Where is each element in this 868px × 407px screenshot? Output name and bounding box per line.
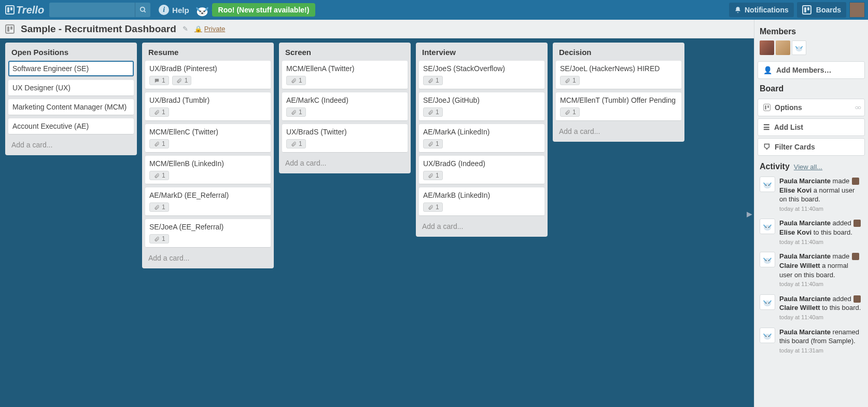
card-title: UX/BradJ (Tumblr) bbox=[149, 96, 267, 104]
add-card-button[interactable]: Add a card... bbox=[145, 251, 271, 265]
add-card-button[interactable]: Add a card... bbox=[419, 219, 544, 234]
card[interactable]: SE/JoeJ (GitHub)1 bbox=[419, 92, 544, 121]
board-icon bbox=[5, 24, 15, 34]
privacy-toggle[interactable]: 🔒 Private bbox=[194, 25, 225, 33]
info-icon: i bbox=[159, 5, 169, 15]
board-title[interactable]: Sample - Recruitment Dashboard bbox=[21, 23, 176, 35]
attachment-badge: 1 bbox=[423, 202, 443, 212]
svg-point-13 bbox=[768, 227, 769, 228]
activity-avatar[interactable] bbox=[760, 328, 775, 343]
help-label: Help bbox=[172, 6, 189, 15]
card[interactable]: UX/BradS (Twitter)1 bbox=[282, 124, 408, 153]
card-title: AE/MarkB (LinkedIn) bbox=[423, 191, 540, 199]
options-button[interactable]: Options ○○ bbox=[758, 99, 865, 116]
card[interactable]: UX Designer (UX) bbox=[8, 80, 134, 96]
comments-badge: 1 bbox=[149, 76, 169, 85]
add-card-button[interactable]: Add a card... bbox=[8, 138, 134, 152]
add-card-button[interactable]: Add a card... bbox=[282, 156, 408, 170]
card[interactable]: SE/JoeS (StackOverflow)1 bbox=[419, 61, 544, 89]
roo-banner[interactable]: Roo! (New stuff available!) bbox=[212, 3, 316, 17]
card[interactable]: AE/MarkA (LinkedIn)1 bbox=[419, 124, 544, 153]
list-title[interactable]: Decision bbox=[556, 46, 681, 61]
attachment-icon bbox=[427, 204, 434, 211]
add-members-button[interactable]: 👤 Add Members… bbox=[758, 61, 865, 79]
attachment-icon bbox=[153, 172, 160, 179]
activity-avatar[interactable] bbox=[760, 252, 775, 267]
board-header: Sample - Recruitment Dashboard ✎ 🔒 Priva… bbox=[0, 20, 868, 38]
board-section-heading: Board bbox=[758, 81, 865, 97]
card[interactable]: MCM/EllenB (LinkedIn)1 bbox=[145, 156, 271, 184]
card[interactable]: MCM/EllenT (Tumblr) Offer Pending1 bbox=[556, 92, 681, 121]
card-title: UX Designer (UX) bbox=[12, 84, 130, 92]
activity-avatar[interactable] bbox=[760, 294, 775, 310]
card[interactable]: Marketing Content Manager (MCM) bbox=[8, 99, 134, 115]
card[interactable]: SE/JoeA (EE_Referral)1 bbox=[145, 219, 271, 248]
view-all-link[interactable]: View all... bbox=[794, 163, 822, 171]
svg-point-19 bbox=[768, 303, 769, 304]
logo-text: Trello bbox=[16, 4, 44, 16]
filter-cards-button[interactable]: ⛉ Filter Cards bbox=[758, 138, 865, 156]
svg-point-9 bbox=[766, 185, 767, 186]
help-link[interactable]: i Help bbox=[159, 5, 189, 15]
activity-item: Paula Marciante made Claire Willett a no… bbox=[758, 249, 865, 291]
attachment-badge: 1 bbox=[149, 202, 169, 212]
card[interactable]: AE/MarkD (EE_Referral)1 bbox=[145, 187, 271, 216]
attachment-badge: 1 bbox=[423, 76, 443, 85]
attachment-icon bbox=[564, 108, 571, 116]
card[interactable]: UX/BradG (Indeed)1 bbox=[419, 156, 544, 184]
card[interactable]: AE/MarkC (Indeed)1 bbox=[282, 92, 408, 121]
attachment-badge: 1 bbox=[286, 139, 306, 148]
card[interactable]: UX/BradB (Pinterest)11 bbox=[145, 61, 271, 89]
card-badges: 1 bbox=[149, 139, 267, 148]
attachment-badge: 1 bbox=[423, 139, 443, 148]
card[interactable]: AE/MarkB (LinkedIn)1 bbox=[419, 187, 544, 216]
card-title: UX/BradG (Indeed) bbox=[423, 159, 540, 168]
list-title[interactable]: Screen bbox=[282, 46, 408, 61]
activity-item: Paula Marciante added Claire Willett to … bbox=[758, 291, 865, 324]
card[interactable]: SE/JoeL (HackerNews) HIRED1 bbox=[556, 61, 681, 89]
notifications-button[interactable]: Notifications bbox=[729, 3, 794, 17]
member-avatar[interactable] bbox=[792, 40, 806, 55]
trello-logo[interactable]: Trello bbox=[5, 4, 44, 16]
boards-button[interactable]: Boards bbox=[797, 2, 846, 18]
sidebar-collapse-handle[interactable]: ▶ bbox=[746, 204, 753, 224]
card[interactable]: UX/BradJ (Tumblr)1 bbox=[145, 92, 271, 121]
card-title: UX/BradS (Twitter) bbox=[286, 128, 403, 136]
list: InterviewSE/JoeS (StackOverflow)1SE/JoeJ… bbox=[416, 43, 548, 237]
add-card-button[interactable]: Add a card... bbox=[556, 124, 681, 139]
list-icon: ☰ bbox=[763, 123, 770, 131]
card[interactable]: MCM/EllenC (Twitter)1 bbox=[145, 124, 271, 153]
attachment-badge: 1 bbox=[560, 76, 580, 85]
activity-time: today at 11:40am bbox=[779, 314, 863, 321]
card[interactable]: Software Engineer (SE) bbox=[8, 61, 134, 77]
member-avatar[interactable] bbox=[776, 40, 790, 55]
svg-point-12 bbox=[766, 227, 767, 228]
activity-avatar[interactable] bbox=[760, 177, 775, 192]
activity-text: Paula Marciante added Claire Willett to … bbox=[779, 294, 863, 321]
attachment-badge: 1 bbox=[172, 76, 192, 85]
list-title[interactable]: Interview bbox=[419, 46, 544, 61]
card-title: SE/JoeA (EE_Referral) bbox=[149, 223, 267, 231]
card-badges: 1 bbox=[149, 107, 267, 117]
svg-point-0 bbox=[140, 7, 144, 11]
search-button[interactable] bbox=[135, 3, 150, 17]
members-heading: Members bbox=[758, 24, 865, 39]
search-input[interactable] bbox=[49, 3, 135, 17]
list-title[interactable]: Resume bbox=[145, 46, 271, 61]
card-title: MCM/EllenA (Twitter) bbox=[286, 64, 403, 73]
list-title[interactable]: Open Positions bbox=[8, 46, 134, 61]
attachment-icon bbox=[427, 77, 434, 84]
edit-title-button[interactable]: ✎ bbox=[183, 25, 188, 33]
card-title: MCM/EllenB (LinkedIn) bbox=[149, 159, 267, 168]
card-badges: 1 bbox=[423, 171, 540, 180]
card-title: SE/JoeL (HackerNews) HIRED bbox=[560, 64, 677, 73]
card[interactable]: Account Executive (AE) bbox=[8, 118, 134, 134]
user-avatar[interactable] bbox=[849, 2, 865, 18]
inline-avatar bbox=[853, 220, 861, 227]
member-avatar[interactable] bbox=[760, 40, 774, 55]
add-list-button[interactable]: ☰ Add List bbox=[758, 118, 865, 136]
activity-avatar[interactable] bbox=[760, 219, 775, 234]
lock-icon: 🔒 bbox=[194, 25, 202, 33]
svg-point-10 bbox=[768, 185, 769, 186]
card[interactable]: MCM/EllenA (Twitter)1 bbox=[282, 61, 408, 89]
